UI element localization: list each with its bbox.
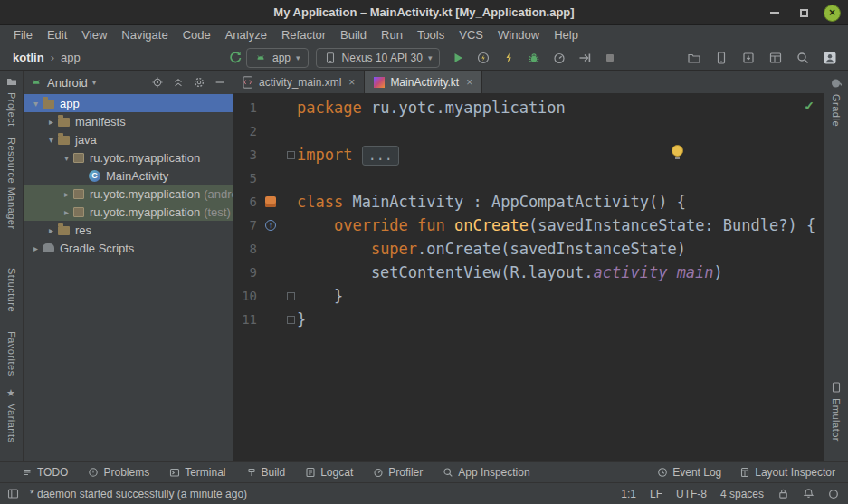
project-view-selector[interactable]: Android [47,76,88,90]
menu-vcs[interactable]: VCS [452,25,491,45]
background-tasks-icon[interactable] [828,489,839,499]
sync-project-button[interactable] [224,47,246,69]
tool-button-build[interactable]: Build [246,466,286,479]
gutter-6[interactable] [257,196,284,207]
chevron-right-icon[interactable]: ▸ [44,117,58,127]
line-number-9[interactable]: 9 [233,265,257,280]
tree-item-java[interactable]: ▾java [24,130,233,148]
tool-stripe-project[interactable]: Project [6,92,17,127]
fold-column[interactable] [284,292,297,300]
chevron-right-icon[interactable]: ▸ [44,225,58,235]
tool-button-todo[interactable]: TODO [22,466,68,479]
readonly-lock-icon[interactable] [777,488,789,499]
tree-item-manifests[interactable]: ▸manifests [24,112,233,130]
collapse-all-button[interactable] [172,76,185,89]
breadcrumb-module[interactable]: app [61,51,81,64]
tool-button-app-inspection[interactable]: App Inspection [443,466,529,479]
apply-changes-button[interactable] [472,47,494,69]
line-separator[interactable]: LF [650,488,662,500]
inspection-status-icon[interactable]: ✓ [804,99,815,113]
tree-item-ru-yotc-myapplication-test[interactable]: ▸ru.yotc.myapplication(test) [24,203,233,221]
code-text[interactable]: } [297,284,343,308]
fold-marker-icon[interactable] [287,151,295,159]
code-text[interactable]: override fun onCreate(savedInstanceState… [297,214,815,237]
indent-setting[interactable]: 4 spaces [720,488,764,500]
stop-button[interactable] [599,47,621,69]
line-number-5[interactable]: 5 [233,171,257,185]
status-message[interactable]: * daemon started successfully (a minute … [30,488,247,500]
tool-windows-toggle-icon[interactable] [7,488,19,499]
settings-gear-icon[interactable] [193,76,205,89]
chevron-right-icon[interactable]: ▸ [60,189,73,199]
tree-item-app[interactable]: ▾app [24,94,233,112]
tab-close-icon[interactable]: × [466,76,472,89]
android-activity-icon[interactable] [265,196,276,207]
file-encoding[interactable]: UTF-8 [676,488,707,500]
tool-button-terminal[interactable]: Terminal [169,466,225,479]
avd-manager-button[interactable] [710,47,732,69]
line-number-8[interactable]: 8 [233,242,257,256]
menu-refactor[interactable]: Refactor [274,25,333,45]
menu-view[interactable]: View [74,25,114,45]
fold-marker-icon[interactable] [287,292,295,300]
gradle-stripe-icon[interactable] [831,78,842,89]
close-button[interactable]: × [824,5,841,22]
code-text[interactable]: super.onCreate(savedInstanceState) [297,237,686,261]
fold-column[interactable] [284,316,297,324]
hide-panel-button[interactable] [214,76,226,89]
tree-item-res[interactable]: ▸res [24,221,233,239]
line-number-1[interactable]: 1 [233,100,257,115]
chevron-right-icon[interactable]: ▸ [60,207,73,217]
line-number-10[interactable]: 10 [233,289,257,303]
sdk-manager-button[interactable] [738,47,759,69]
tool-stripe-gradle[interactable]: Gradle [831,94,842,127]
tool-stripe-emulator[interactable]: Emulator [831,398,842,442]
breadcrumb-project[interactable]: kotlin [13,51,44,64]
code-text[interactable]: } [297,308,306,331]
tree-item-ru-yotc-myapplication-androidtest[interactable]: ▸ru.yotc.myapplication(androidTest) [24,185,233,203]
menu-build[interactable]: Build [333,25,374,45]
profile-button[interactable] [548,47,570,69]
chevron-right-icon[interactable]: ▸ [29,243,43,253]
emulator-stripe-icon[interactable] [831,382,842,393]
fold-column[interactable] [284,151,297,159]
run-config-select[interactable]: app ▾ [246,48,309,68]
code-area[interactable]: 1package ru.yotc.myapplication23import .… [233,94,824,331]
tree-item-gradle-scripts[interactable]: ▸Gradle Scripts [24,239,233,257]
layout-validation-button[interactable] [765,47,786,69]
line-number-11[interactable]: 11 [233,312,257,327]
caret-position[interactable]: 1:1 [621,488,636,500]
tree-item-ru-yotc-myapplication[interactable]: ▾ru.yotc.myapplication [24,148,233,166]
folded-region[interactable]: ... [362,146,399,166]
chevron-down-icon[interactable]: ▾ [29,99,43,109]
menu-tools[interactable]: Tools [410,25,452,45]
menu-navigate[interactable]: Navigate [114,25,175,45]
tool-button-logcat[interactable]: Logcat [305,466,353,479]
tool-button-problems[interactable]: Problems [88,466,149,479]
chevron-down-icon[interactable]: ▾ [44,135,58,145]
menu-analyze[interactable]: Analyze [218,25,274,45]
editor-tab-mainactivity-kt[interactable]: MainActivity.kt× [365,71,482,93]
minimize-button[interactable] [766,4,784,22]
restore-button[interactable] [795,4,813,22]
tool-stripe-structure[interactable]: Structure [6,268,17,312]
override-method-icon[interactable]: ↑ [265,220,276,231]
editor-body[interactable]: 1package ru.yotc.myapplication23import .… [233,94,824,461]
intention-bulb-icon[interactable] [672,145,683,157]
attach-debugger-button[interactable] [574,47,596,69]
gutter-7[interactable]: ↑ [257,220,284,231]
code-text[interactable]: import ... [297,143,399,166]
apply-code-changes-button[interactable] [498,47,519,69]
line-number-3[interactable]: 3 [233,147,257,162]
notifications-bell-icon[interactable] [803,488,815,499]
editor-tab-activity-main-xml[interactable]: activity_main.xml× [233,71,365,93]
tab-close-icon[interactable]: × [348,76,355,89]
code-text[interactable]: setContentView(R.layout.activity_main) [297,261,723,284]
menu-run[interactable]: Run [374,25,410,45]
tool-stripe-resource-manager[interactable]: Resource Manager [6,138,17,230]
tool-stripe-favorites[interactable]: Favorites [6,331,17,376]
device-select[interactable]: Nexus 10 API 30 ▾ [316,48,441,68]
profile-avatar[interactable] [819,47,841,69]
locate-file-button[interactable] [151,76,164,89]
run-button[interactable] [447,47,469,69]
